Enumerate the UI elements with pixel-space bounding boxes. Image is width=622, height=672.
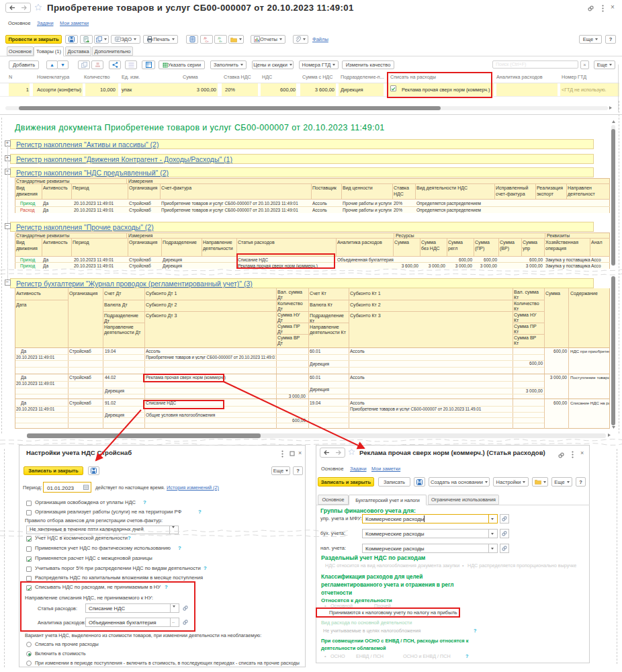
svg-text:Кт: Кт	[220, 40, 222, 43]
svg-text:Ст: Ст	[206, 40, 209, 43]
